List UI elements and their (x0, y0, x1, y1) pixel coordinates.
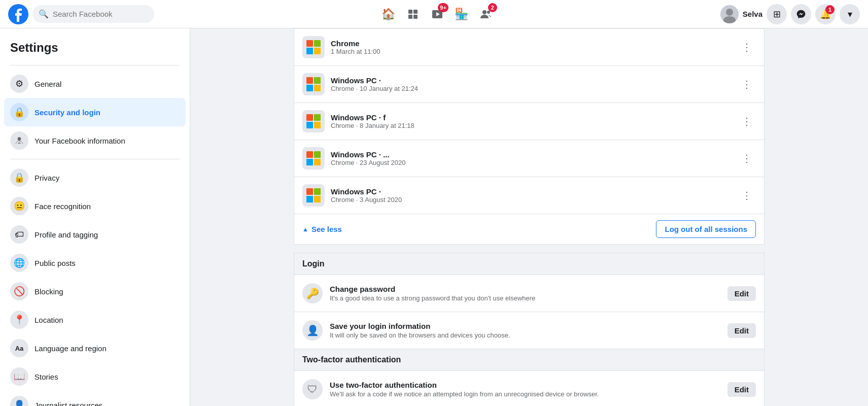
sidebar-item-security[interactable]: 🔒 Security and login (4, 98, 186, 126)
svg-point-7 (482, 10, 487, 14)
session-device-partial: Chrome (331, 39, 732, 48)
search-icon: 🔍 (39, 9, 49, 19)
partial-top-session: Chrome 1 March at 11:00 ⋮ (294, 28, 765, 66)
login-item-desc-change-password: It's a good idea to use a strong passwor… (330, 294, 720, 302)
login-item-text-save-login: Save your login information It will only… (330, 322, 720, 339)
user-name: Selva (743, 10, 762, 18)
session-info-3: Windows PC · Chrome · 3 August 2020 (331, 187, 732, 204)
nav-pages[interactable] (401, 2, 425, 26)
login-item-title-change-password: Change password (330, 285, 720, 293)
login-section-header: Login (294, 253, 765, 275)
avatar (720, 5, 739, 23)
save-login-icon: 👤 (302, 320, 323, 341)
see-less-label: See less (311, 225, 342, 233)
sidebar-item-location[interactable]: 📍 Location (4, 306, 186, 334)
svg-rect-2 (413, 10, 418, 14)
sidebar-item-journalist[interactable]: 👤 Journalist resources (4, 391, 186, 406)
content-inner: Chrome 1 March at 11:00 ⋮ Windows PC · (286, 28, 773, 406)
sidebar-item-language[interactable]: Aa Language and region (4, 334, 186, 362)
nav-center: 🏠 9+ 🏪 2 (158, 2, 716, 26)
journalist-icon: 👤 (10, 396, 28, 406)
nav-marketplace[interactable]: 🏪 (449, 2, 474, 26)
session-icon-3 (302, 184, 325, 207)
see-less-button[interactable]: ▲ See less (302, 225, 342, 233)
sidebar-item-privacy[interactable]: 🔒 Privacy (4, 163, 186, 192)
session-icon-1 (302, 110, 325, 132)
two-factor-section-header: Two-factor authentication (294, 349, 765, 371)
edit-save-login-button[interactable]: Edit (727, 323, 756, 338)
session-device-3: Windows PC · (331, 187, 732, 196)
search-input[interactable] (53, 10, 148, 18)
notifications-badge: 1 (825, 5, 835, 14)
content-area: Chrome 1 March at 11:00 ⋮ Windows PC · (190, 28, 868, 406)
nav-watch[interactable]: 9+ (425, 2, 449, 26)
messenger-btn[interactable] (791, 4, 811, 24)
session-icon-0 (302, 73, 325, 95)
login-item-text-two-factor: Use two-factor authentication We'll ask … (330, 381, 720, 398)
sidebar-item-stories[interactable]: 📖 Stories (4, 362, 186, 391)
log-out-all-button[interactable]: Log out of all sessions (656, 220, 756, 238)
sidebar: Settings ⚙ General 🔒 Security and login … (0, 28, 190, 406)
windows-icon-1 (306, 114, 321, 128)
login-item-title-two-factor: Use two-factor authentication (330, 381, 720, 389)
sidebar-item-fb-info[interactable]: Your Facebook information (4, 126, 186, 155)
search-bar[interactable]: 🔍 (32, 5, 154, 23)
facebook-logo[interactable] (8, 4, 28, 24)
notifications-btn[interactable]: 🔔 1 (815, 4, 836, 24)
sidebar-item-label-general: General (34, 80, 61, 88)
session-menu-0[interactable]: ⋮ (738, 76, 756, 92)
session-menu-1[interactable]: ⋮ (738, 113, 756, 129)
login-item-save-login: 👤 Save your login information It will on… (294, 312, 765, 349)
login-item-two-factor: 🛡 Use two-factor authentication We'll as… (294, 371, 765, 406)
face-recognition-icon: 😐 (10, 197, 28, 215)
security-icon: 🔒 (10, 103, 28, 121)
sidebar-item-blocking[interactable]: 🚫 Blocking (4, 277, 186, 306)
session-info-0: Windows PC · Chrome · 10 January at 21:2… (331, 76, 732, 92)
sidebar-item-label-security: Security and login (34, 108, 100, 117)
windows-icon-partial (306, 40, 321, 54)
sessions-list: Windows PC · Chrome · 10 January at 21:2… (294, 66, 765, 214)
session-item-3: Windows PC · Chrome · 3 August 2020 ⋮ (294, 177, 765, 214)
session-info-partial: Chrome 1 March at 11:00 (331, 39, 732, 55)
session-item-0: Windows PC · Chrome · 10 January at 21:2… (294, 66, 765, 103)
session-detail-2: Chrome · 23 August 2020 (331, 159, 732, 166)
location-icon: 📍 (10, 311, 28, 329)
session-menu-partial[interactable]: ⋮ (738, 39, 756, 55)
sidebar-item-label-stories: Stories (34, 373, 58, 381)
svg-point-12 (18, 137, 21, 141)
privacy-icon: 🔒 (10, 168, 28, 187)
sidebar-item-label-location: Location (34, 316, 63, 324)
sidebar-item-label-privacy: Privacy (34, 174, 59, 182)
account-chevron-btn[interactable]: ▾ (840, 4, 860, 24)
fb-info-icon (10, 131, 28, 150)
sidebar-item-label-profile-tagging: Profile and tagging (34, 230, 98, 239)
topnav-right: Selva ⊞ 🔔 1 ▾ (720, 4, 860, 24)
session-menu-2[interactable]: ⋮ (738, 150, 756, 166)
login-item-text-change-password: Change password It's a good idea to use … (330, 285, 720, 302)
stories-icon: 📖 (10, 367, 28, 386)
sidebar-item-public-posts[interactable]: 🌐 Public posts (4, 249, 186, 277)
general-icon: ⚙ (10, 75, 28, 93)
session-detail-1: Chrome · 8 January at 21:18 (331, 122, 732, 129)
main-layout: Settings ⚙ General 🔒 Security and login … (0, 28, 868, 406)
session-detail-0: Chrome · 10 January at 21:24 (331, 85, 732, 92)
sidebar-item-profile-tagging[interactable]: 🏷 Profile and tagging (4, 220, 186, 249)
edit-change-password-button[interactable]: Edit (727, 286, 756, 301)
sidebar-item-label-face: Face recognition (34, 202, 91, 211)
session-device-1: Windows PC · f (331, 113, 732, 122)
menu-icon-btn[interactable]: ⊞ (767, 4, 787, 24)
svg-rect-3 (408, 15, 412, 19)
windows-icon-0 (306, 77, 321, 91)
session-info-1: Windows PC · f Chrome · 8 January at 21:… (331, 113, 732, 129)
edit-two-factor-button[interactable]: Edit (727, 382, 756, 397)
user-profile-btn[interactable]: Selva (720, 5, 762, 23)
sidebar-item-general[interactable]: ⚙ General (4, 70, 186, 98)
friends-badge: 2 (488, 3, 497, 12)
public-posts-icon: 🌐 (10, 254, 28, 272)
nav-home[interactable]: 🏠 (376, 2, 401, 26)
session-item-1: Windows PC · f Chrome · 8 January at 21:… (294, 103, 765, 140)
login-item-change-password: 🔑 Change password It's a good idea to us… (294, 275, 765, 312)
session-menu-3[interactable]: ⋮ (738, 187, 756, 204)
sidebar-item-face-recognition[interactable]: 😐 Face recognition (4, 192, 186, 220)
nav-friends[interactable]: 2 (474, 2, 498, 26)
